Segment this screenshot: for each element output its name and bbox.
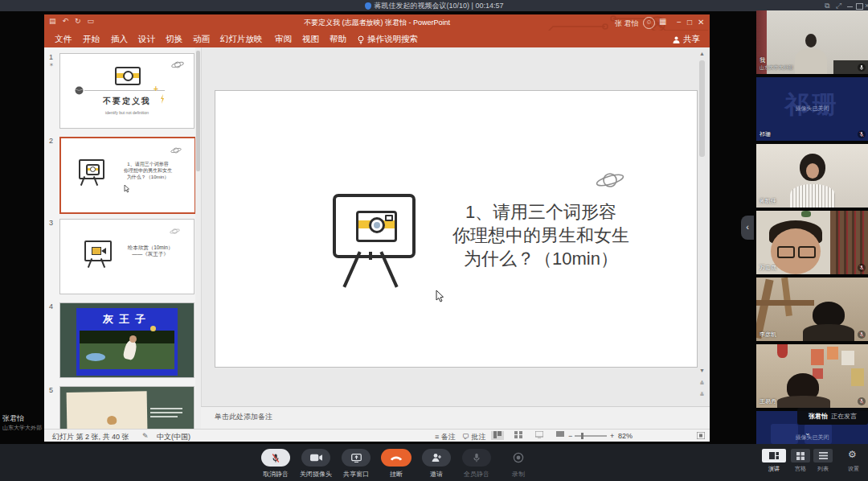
speaking-status: 正在发言 xyxy=(831,412,857,421)
text-line-art xyxy=(150,416,178,417)
reading-view-icon[interactable] xyxy=(533,431,546,440)
video-tile[interactable]: 祁珊 摄像头已关闭 祁珊 xyxy=(756,77,868,141)
zoom-in-icon[interactable]: + xyxy=(610,432,614,440)
water-art xyxy=(86,353,105,361)
video-tile[interactable]: 王易丹 xyxy=(756,344,868,408)
account-name[interactable]: 张 君怡 xyxy=(615,18,639,29)
tab-help[interactable]: 帮助 xyxy=(330,34,346,45)
language-status[interactable]: 中文(中国) xyxy=(157,432,190,442)
mute-all-icon xyxy=(462,449,491,467)
tab-animations[interactable]: 动画 xyxy=(193,34,210,45)
video-tile[interactable]: 我 山东大学大外部 xyxy=(756,10,868,74)
slide-text[interactable]: 1、请用三个词形容 你理想中的男生和女生 为什么？（10min） xyxy=(420,200,661,270)
video-camera-icon xyxy=(301,449,330,467)
slide-thumb-5[interactable] xyxy=(59,386,194,429)
tab-view[interactable]: 视图 xyxy=(302,34,319,45)
share-screen-icon xyxy=(342,449,371,467)
chevron-down-icon[interactable]: ⌄ xyxy=(805,429,811,437)
powerpoint-window: ▤ ↶ ↻ ▭ 不要定义我 (志愿者放映) 张君怡 - PowerPoint 张… xyxy=(44,14,710,441)
poster-art xyxy=(827,347,838,360)
ppt-restore-icon[interactable]: □ xyxy=(687,18,692,27)
video-tile[interactable]: 李彦凯 xyxy=(756,278,868,341)
close-icon[interactable]: × xyxy=(865,2,868,10)
proofing-icon[interactable]: ✎ xyxy=(142,432,149,440)
zoom-out-icon[interactable]: − xyxy=(568,432,572,440)
slide-thumb-2-selected[interactable]: 1、请用三个词形容 你理想中的男生和女生 为什么？（10min） xyxy=(59,137,196,214)
video-camera-icon xyxy=(92,247,101,255)
thumb2-line3: 为什么？（10min） xyxy=(104,174,191,180)
girl-head-art xyxy=(129,335,137,343)
ppt-status-bar: 幻灯片 第 2 张, 共 40 张 ✎ 中文(中国) ≡ 备注 🗩 批注 − +… xyxy=(44,429,710,442)
restore-icon[interactable] xyxy=(856,3,863,10)
slide-thumb-1[interactable]: + 不要定义我 identify but not definition xyxy=(59,53,194,129)
thumbnail-scrollbar[interactable] xyxy=(195,47,201,429)
fit-to-window-icon[interactable] xyxy=(697,432,705,441)
zoom-slider[interactable] xyxy=(575,435,607,437)
slide-number: 5 xyxy=(49,386,53,394)
panel-collapse-chevron-left-icon[interactable]: ‹ xyxy=(741,216,754,240)
person-silhouette xyxy=(805,34,817,47)
moon-art xyxy=(150,326,156,331)
slideshow-view-icon[interactable] xyxy=(554,431,567,440)
slide-number: 3 xyxy=(49,219,53,227)
mic-muted-icon xyxy=(858,331,866,339)
pin-window-icon[interactable]: ⧉ xyxy=(825,2,829,10)
slide-count: 幻灯片 第 2 张, 共 40 张 xyxy=(52,432,129,442)
share-button[interactable]: 共享 xyxy=(673,34,700,45)
meeting-title-bar: 蒋凯佳发起的视频会议(10/10) | 00:14:57 xyxy=(0,0,868,11)
tab-insert[interactable]: 插入 xyxy=(111,34,128,45)
easel-icon xyxy=(84,240,112,261)
normal-view-icon[interactable] xyxy=(491,431,504,440)
thumb1-subtitle: identify but not definition xyxy=(60,110,194,115)
minimize-icon[interactable] xyxy=(847,6,853,7)
ribbon-options-icon[interactable]: ▦ xyxy=(659,17,666,26)
tab-home[interactable]: 开始 xyxy=(83,34,100,45)
book-title: 灰王子 xyxy=(76,312,178,327)
tell-me-search[interactable]: 操作说明搜索 xyxy=(358,34,418,45)
mic-muted-icon xyxy=(261,449,290,467)
saturn-icon xyxy=(170,228,180,235)
fullscreen-icon[interactable]: ⤢ xyxy=(836,2,841,10)
text-line-art xyxy=(150,412,182,413)
ppt-close-icon[interactable]: ✕ xyxy=(698,18,704,27)
timeline-line xyxy=(84,90,165,91)
ppt-ribbon: 文件 开始 插入 设计 切换 动画 幻灯片放映 审阅 视图 帮助 操作说明搜索 … xyxy=(44,31,710,47)
video-tile[interactable]: 万嘉晟 xyxy=(756,211,868,274)
scrollbar-thumb[interactable] xyxy=(699,60,705,157)
tab-file[interactable]: 文件 xyxy=(55,34,72,45)
slide-thumb-4[interactable]: 灰王子 xyxy=(59,302,194,378)
tab-design[interactable]: 设计 xyxy=(138,34,155,45)
tab-review[interactable]: 审阅 xyxy=(275,34,292,45)
scroll-down-icon[interactable]: ▼ xyxy=(698,368,706,373)
invite-person-icon xyxy=(422,449,451,467)
tab-transitions[interactable]: 切换 xyxy=(166,34,182,45)
mic-icon xyxy=(858,64,866,72)
notes-toggle[interactable]: ≡ 备注 xyxy=(435,432,456,442)
comments-toggle[interactable]: 🗩 批注 xyxy=(462,432,486,442)
mic-muted-icon xyxy=(858,264,866,272)
slide-scrollbar[interactable]: ▲ ▼ ≙ ≚ xyxy=(698,49,706,405)
slide-thumb-3[interactable]: 绘本欣赏（10min） ——《灰王子》 xyxy=(59,219,194,294)
video-tile[interactable]: 蒋凯佳 xyxy=(756,144,868,208)
avatar[interactable]: ☺ xyxy=(643,17,655,29)
person-silhouette xyxy=(790,184,835,208)
zoom-level[interactable]: 82% xyxy=(618,432,633,440)
presenter-org: 山东大学大外部 xyxy=(2,424,42,432)
hangup-icon xyxy=(381,449,411,467)
next-slide-icon[interactable]: ≚ xyxy=(698,392,706,398)
person-silhouette xyxy=(803,324,854,341)
participant-name: 万嘉晟 xyxy=(760,264,776,272)
gear-icon: ⚙ xyxy=(848,449,857,460)
tab-slideshow[interactable]: 幻灯片放映 xyxy=(220,34,263,45)
slide-sorter-icon[interactable] xyxy=(512,431,525,440)
text-line-art xyxy=(150,408,182,409)
scroll-up-icon[interactable]: ▲ xyxy=(698,51,706,56)
participant-name: 蒋凯佳 xyxy=(760,197,776,205)
previous-slide-icon[interactable]: ≙ xyxy=(698,380,706,387)
book-page xyxy=(67,391,148,429)
zoom-slider-knob[interactable] xyxy=(581,433,583,439)
list-view-icon xyxy=(813,449,833,462)
ppt-minimize-icon[interactable]: − xyxy=(677,18,682,27)
notes-pane[interactable]: 单击此处添加备注 xyxy=(201,406,710,429)
slide-canvas[interactable]: 1、请用三个词形容 你理想中的男生和女生 为什么？（10min） xyxy=(215,90,698,368)
